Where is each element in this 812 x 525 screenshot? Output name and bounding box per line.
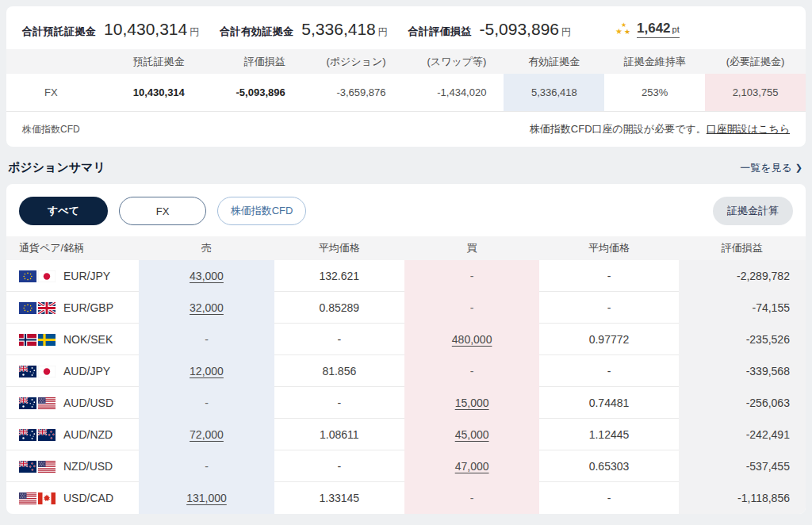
required-margin-value: 2,103,755	[705, 74, 806, 111]
valuation-pl-cell: -2,289,782	[679, 260, 806, 292]
col-header: 評価損益	[202, 55, 303, 69]
buy-amount-empty: -	[470, 492, 474, 504]
buy-avg-price-cell: -	[539, 355, 678, 387]
sell-amount-empty: -	[205, 460, 209, 473]
total-valuation-pl: 合計評価損益 -5,093,896 円	[408, 20, 571, 39]
buy-amount-link[interactable]: 47,000	[455, 460, 489, 473]
valuation-pl-value: -5,093,896	[202, 86, 303, 98]
tab-cfd[interactable]: 株価指数CFD	[217, 197, 306, 225]
cfd-message: 株価指数CFD口座の開設が必要です。口座開設はこちら	[530, 122, 790, 136]
fx-row-label: FX	[6, 86, 102, 98]
buy-amount-empty: -	[470, 270, 474, 282]
open-account-link[interactable]: 口座開設はこちら	[707, 123, 790, 135]
sell-amount-cell: -	[139, 324, 274, 355]
points-link[interactable]: 1,642 pt	[637, 21, 680, 38]
sell-amount-link[interactable]: 131,000	[186, 492, 227, 504]
buy-avg-price-cell: 0.74481	[539, 387, 678, 419]
sell-avg-price-cell: 132.621	[274, 260, 404, 292]
sell-amount-cell: 12,000	[139, 355, 274, 387]
points-unit: pt	[672, 25, 680, 34]
buy-amount-empty: -	[470, 365, 474, 377]
buy-amount-cell: -	[404, 292, 539, 324]
currency-pair-cell: NOK/SEK	[6, 324, 139, 355]
us-flag-icon	[19, 492, 36, 504]
sell-avg-price-cell: -	[274, 387, 404, 419]
swap-pl-value: -1,434,020	[404, 86, 504, 98]
buy-amount-cell: -	[404, 482, 539, 514]
position-summary-card: すべて FX 株価指数CFD 証拠金計算 通貨ペア/銘柄 売 平均価格 買 平均…	[6, 184, 806, 514]
position-row: AUD/NZD72,0001.0861145,0001.12445-242,49…	[6, 419, 806, 450]
col-header: (必要証拠金)	[705, 55, 806, 69]
sell-avg-price-cell: 0.85289	[274, 292, 404, 324]
chevron-right-icon: ❯	[795, 163, 802, 173]
nz-flag-icon	[19, 461, 36, 473]
position-row: AUD/USD--15,0000.74481-256,063	[6, 387, 806, 419]
position-row: NZD/USD--47,0000.65303-537,455	[6, 450, 806, 482]
cfd-message-text: 株価指数CFD口座の開設が必要です。	[530, 123, 707, 135]
no-flag-icon	[19, 334, 36, 346]
position-table-body: EUR/JPY43,000132.621---2,289,782 EUR/GBP…	[6, 260, 806, 514]
points-area: ★★★ 1,642 pt	[615, 21, 680, 38]
cfd-row-label: 株価指数CFD	[22, 123, 80, 136]
sell-amount-cell: 72,000	[139, 419, 274, 450]
currency-pair-cell: NZD/USD	[6, 450, 139, 482]
margin-calc-button[interactable]: 証拠金計算	[713, 197, 793, 225]
col-header: 有効証拠金	[504, 55, 604, 69]
tab-fx[interactable]: FX	[119, 197, 206, 225]
filter-tabs: すべて FX 株価指数CFD 証拠金計算	[6, 184, 806, 236]
valuation-pl-cell: -1,118,856	[679, 482, 806, 514]
summary-bar: 合計預託証拠金 10,430,314 円 合計有効証拠金 5,336,418 円…	[6, 6, 806, 49]
buy-amount-link[interactable]: 480,000	[452, 333, 492, 346]
summary-item-value: 10,430,314	[104, 20, 187, 39]
sell-avg-price-cell: 81.856	[274, 355, 404, 387]
deposit-margin-value: 10,430,314	[102, 86, 202, 98]
pair-label: NOK/SEK	[63, 333, 113, 346]
col-header-sell: 売	[139, 241, 274, 255]
buy-amount-link[interactable]: 45,000	[455, 428, 489, 441]
col-header-buy-avg: 平均価格	[539, 241, 678, 255]
sell-amount-empty: -	[205, 397, 209, 409]
us-flag-icon	[38, 397, 56, 409]
valuation-pl-cell: -235,526	[679, 324, 806, 355]
buy-amount-cell: 45,000	[404, 419, 539, 450]
sell-amount-link[interactable]: 12,000	[190, 365, 224, 377]
col-header-pl: 評価損益	[679, 241, 806, 255]
valuation-pl-cell: -256,063	[679, 387, 806, 419]
currency-pair-cell: AUD/JPY	[6, 355, 139, 387]
us-flag-icon	[38, 461, 56, 473]
sell-amount-empty: -	[205, 333, 209, 346]
position-row: EUR/JPY43,000132.621---2,289,782	[6, 260, 806, 292]
currency-pair-cell: AUD/NZD	[6, 419, 139, 450]
col-header-sell-avg: 平均価格	[274, 241, 404, 255]
buy-amount-empty: -	[470, 301, 474, 314]
summary-item-unit: 円	[190, 25, 199, 39]
valuation-pl-cell: -339,568	[679, 355, 806, 387]
buy-amount-link[interactable]: 15,000	[455, 397, 489, 409]
view-all-link[interactable]: 一覧を見る ❯	[740, 161, 802, 175]
tab-all[interactable]: すべて	[19, 197, 108, 225]
summary-item-label: 合計評価損益	[408, 25, 472, 39]
currency-pair-cell: AUD/USD	[6, 387, 139, 419]
buy-amount-cell: -	[404, 355, 539, 387]
sell-amount-cell: -	[139, 450, 274, 482]
summary-item-value: -5,093,896	[480, 20, 559, 39]
sell-amount-link[interactable]: 32,000	[190, 301, 224, 314]
currency-pair-cell: EUR/GBP	[6, 292, 139, 324]
valuation-pl-cell: -537,455	[679, 450, 806, 482]
sell-avg-price-cell: -	[274, 324, 404, 355]
ca-flag-icon	[38, 492, 56, 504]
valuation-pl-cell: -74,155	[679, 292, 806, 324]
sell-amount-link[interactable]: 72,000	[190, 428, 224, 441]
col-header: 預託証拠金	[102, 55, 202, 69]
points-value: 1,642	[637, 21, 671, 36]
pair-label: EUR/GBP	[63, 301, 113, 314]
jp-flag-icon	[38, 366, 56, 377]
buy-avg-price-cell: 0.65303	[539, 450, 678, 482]
au-flag-icon	[19, 429, 36, 441]
buy-avg-price-cell: 1.12445	[539, 419, 678, 450]
buy-avg-price-cell: -	[539, 260, 678, 292]
sell-amount-link[interactable]: 43,000	[190, 270, 224, 282]
col-header: 証拠金維持率	[604, 55, 705, 69]
account-summary-card: 合計預託証拠金 10,430,314 円 合計有効証拠金 5,336,418 円…	[6, 6, 806, 147]
col-header-buy: 買	[404, 241, 539, 255]
